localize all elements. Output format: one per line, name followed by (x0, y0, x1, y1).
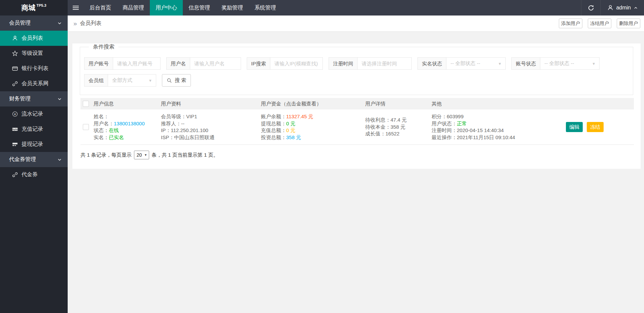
sidebar-item-bank-card-list[interactable]: 银行卡列表 (0, 61, 68, 76)
field-member-group: 会员组 全部方式 ▼ (84, 74, 156, 87)
sidebar-item-member-network[interactable]: 会员关系网 (0, 76, 68, 91)
search-fieldset: 条件搜索 用户账号 用户名 IP搜索 注册时间 (80, 43, 633, 95)
sidebar-item-withdraw-records[interactable]: 提现记录 (0, 137, 68, 152)
nav-item-system[interactable]: 系统管理 (249, 0, 282, 15)
select-all-checkbox[interactable] (83, 101, 89, 107)
nav-item-goods[interactable]: 商品管理 (117, 0, 150, 15)
sidebar-section-title: 财务管理 (9, 95, 31, 102)
sidebar-item-label: 会员列表 (22, 35, 43, 42)
header-other: 其他 (432, 101, 552, 107)
add-user-button[interactable]: 添加用户 (559, 19, 582, 28)
user-menu[interactable]: admin (601, 0, 644, 15)
register-time-input[interactable] (358, 58, 411, 69)
field-label: IP搜索 (247, 58, 270, 69)
sidebar-item-flow-records[interactable]: ¥ 流水记录 (0, 106, 68, 122)
user-status: 正常 (457, 121, 467, 126)
header-user-funds: 用户资金（点击金额查看） (261, 101, 365, 107)
field-username: 用户名 (166, 57, 241, 70)
top-nav: 后台首页 商品管理 用户中心 信息管理 奖励管理 系统管理 (84, 0, 282, 15)
sidebar-section-title: 代金券管理 (9, 156, 36, 163)
account-balance[interactable]: 11327.45 元 (286, 114, 313, 119)
user-icon (607, 5, 613, 11)
header-user-profile: 用户资料 (161, 101, 261, 107)
recharge-total[interactable]: 0 元 (286, 127, 296, 133)
toolbar-actions: 添加用户 冻结用户 删除用户 (559, 19, 640, 28)
search-button-label: 搜 索 (175, 77, 186, 84)
name-label: 姓名： (94, 114, 109, 119)
delete-user-button[interactable]: 删除用户 (617, 19, 640, 28)
username: admin (616, 5, 631, 11)
sidebar-item-label: 充值记录 (22, 126, 43, 133)
chevron-down-icon (57, 97, 62, 101)
link-icon (12, 172, 18, 178)
field-ip-search: IP搜索 (247, 57, 323, 70)
refresh-button[interactable] (581, 0, 601, 15)
sidebar-section-title: 会员管理 (9, 20, 31, 27)
sidebar-item-level-settings[interactable]: 等级设置 (0, 46, 68, 61)
select-arrow-icon: ▼ (592, 62, 596, 66)
page-toolbar: » 会员列表 添加用户 冻结用户 删除用户 (68, 15, 644, 31)
sidebar-item-label: 等级设置 (22, 50, 43, 57)
field-account-status: 账号状态 -- 全部状态 -- ▼ (511, 57, 600, 70)
ip-address: 112.250.201.100 (171, 127, 208, 133)
svg-text:PayPal: PayPal (12, 129, 18, 130)
realname-label: 实名： (94, 134, 109, 140)
menu-toggle-icon[interactable] (68, 0, 84, 15)
sidebar-section-finance-management[interactable]: 财务管理 (0, 91, 68, 106)
sidebar-item-label: 银行卡列表 (22, 65, 48, 72)
points: 603999 (447, 114, 464, 119)
table-header-row: 用户信息 用户资料 用户资金（点击金额查看） 用户详情 其他 (80, 98, 634, 109)
nav-item-user-center[interactable]: 用户中心 (150, 0, 183, 15)
member-table: 用户信息 用户资料 用户资金（点击金额查看） 用户详情 其他 姓名： 用户名：1… (80, 98, 634, 145)
member-group-select[interactable]: 全部方式 ▼ (108, 74, 156, 86)
pending-principal: 358 元 (391, 124, 405, 130)
sidebar-item-voucher[interactable]: 代金券 (0, 167, 68, 182)
page-size-select[interactable]: 20 ▼ (134, 151, 149, 159)
referrer: -- (181, 121, 184, 126)
realname-status-select[interactable]: -- 全部状态 -- ▼ (446, 58, 505, 69)
field-user-account: 用户账号 (84, 57, 161, 70)
field-label: 实名状态 (418, 58, 446, 69)
breadcrumb-chevrons-icon: » (73, 20, 77, 27)
vip-level: VIP1 (186, 114, 197, 119)
search-icon (167, 78, 172, 83)
user-info-cell: 姓名： 用户名：13800138000 状态：在线 实名：已实名 (94, 109, 161, 145)
row-check-cell (80, 109, 94, 145)
row-checkbox[interactable] (83, 124, 89, 130)
link-icon (12, 81, 18, 87)
search-legend-text: 条件搜索 (93, 44, 114, 50)
field-register-time: 注册时间 (329, 57, 412, 70)
sidebar-item-recharge-records[interactable]: PayPal 充值记录 (0, 122, 68, 137)
nav-item-info[interactable]: 信息管理 (183, 0, 216, 15)
invest-total[interactable]: 358 元 (286, 134, 301, 140)
username-input[interactable] (190, 58, 241, 69)
sidebar: 会员管理 会员列表 等级设置 银行卡列表 会员关系网 财务管理 (0, 15, 68, 313)
freeze-user-button[interactable]: 冻结用户 (588, 19, 611, 28)
app-title: 商城 (21, 3, 35, 12)
member-list-card: 条件搜索 用户账号 用户名 IP搜索 注册时间 (72, 43, 641, 169)
freeze-button[interactable]: 冻结 (587, 122, 604, 132)
edit-button[interactable]: 编辑 (566, 122, 583, 132)
username-link[interactable]: 13800138000 (114, 121, 145, 126)
pending-interest: 47.4 元 (391, 117, 407, 123)
sidebar-section-member-management[interactable]: 会员管理 (0, 15, 68, 31)
nav-item-reward[interactable]: 奖励管理 (216, 0, 249, 15)
nav-item-dashboard[interactable]: 后台首页 (84, 0, 117, 15)
topbar-right: admin (581, 0, 644, 15)
sidebar-item-member-list[interactable]: 会员列表 (0, 31, 68, 46)
yen-circle-icon: ¥ (12, 111, 18, 117)
user-account-input[interactable] (113, 58, 160, 69)
account-status-select[interactable]: -- 全部状态 -- ▼ (540, 58, 599, 69)
select-value: -- 全部状态 -- (450, 60, 480, 67)
select-value: -- 全部状态 -- (544, 60, 574, 67)
sidebar-section-voucher-management[interactable]: 代金券管理 (0, 152, 68, 167)
withdraw-total[interactable]: 0 元 (286, 121, 296, 126)
user-funds-cell: 账户余额：11327.45 元 提现总额：0 元 充值总额：0 元 投资总额：3… (261, 109, 365, 145)
search-button[interactable]: 搜 索 (162, 74, 191, 87)
ip-search-input[interactable] (270, 58, 323, 69)
search-row-2: 会员组 全部方式 ▼ 搜 索 (84, 74, 630, 87)
user-details-cell: 待收利息：47.4 元 待收本金：358 元 成长值：16522 (365, 109, 432, 145)
withdraw-card-icon (12, 142, 18, 147)
select-arrow-icon: ▼ (498, 62, 502, 66)
username-label: 用户名： (94, 121, 114, 126)
